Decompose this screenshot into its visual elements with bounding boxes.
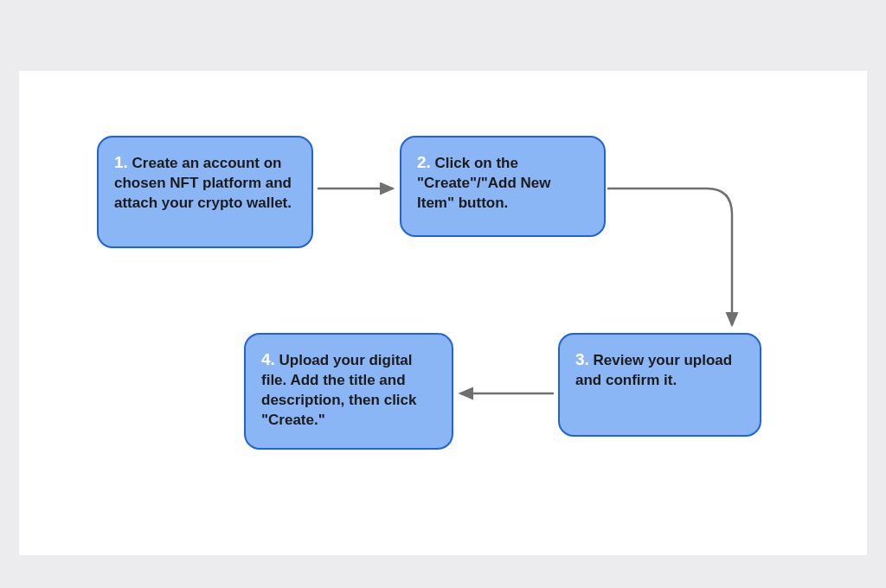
step-number-4: 4. <box>261 350 275 368</box>
step-box-3: 3. Review your upload and confirm it. <box>558 333 761 437</box>
step-box-4: 4. Upload your digital file. Add the tit… <box>244 333 453 450</box>
step-box-1: 1. Create an account on chosen NFT platf… <box>97 136 313 248</box>
step-number-3: 3. <box>575 350 589 368</box>
step-box-2: 2. Click on the "Create"/"Add New Item" … <box>400 136 606 237</box>
step-number-2: 2. <box>417 153 431 171</box>
step-text-4: Upload your digital file. Add the title … <box>261 352 417 428</box>
arrow-step2-to-step3 <box>607 189 732 325</box>
step-number-1: 1. <box>114 153 128 171</box>
step-text-3: Review your upload and confirm it. <box>575 352 732 388</box>
diagram-canvas: 1. Create an account on chosen NFT platf… <box>19 71 867 555</box>
step-text-2: Click on the "Create"/"Add New Item" but… <box>417 155 551 211</box>
step-text-1: Create an account on chosen NFT platform… <box>114 155 292 211</box>
